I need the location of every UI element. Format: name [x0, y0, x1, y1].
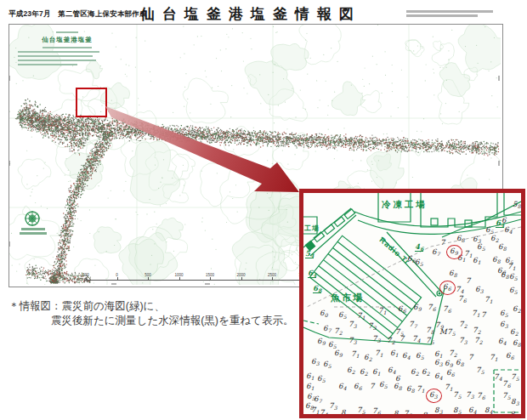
sounding: 62	[422, 367, 429, 376]
sounding: 61	[306, 372, 314, 380]
sounding: 63	[434, 358, 442, 366]
sounding: 64	[504, 225, 512, 234]
red-circle-annotation	[426, 389, 442, 403]
sounding: 73	[368, 321, 376, 330]
sounding: 68	[498, 242, 506, 251]
sounding: 78	[426, 326, 434, 334]
sounding: 8	[394, 409, 398, 417]
sounding: 65	[416, 351, 423, 360]
chart-block-title: 仙台塩釜港塩釜	[16, 36, 118, 44]
sounding: 7	[370, 382, 374, 390]
sounding: 73	[348, 320, 356, 328]
red-circle-annotation	[446, 245, 462, 259]
border-tick	[498, 76, 500, 81]
sounding: 71	[351, 349, 359, 358]
sounding: 71	[507, 262, 515, 270]
sounding: 68	[492, 255, 500, 264]
sounding: 73	[372, 334, 380, 343]
scale-tick	[86, 277, 87, 281]
sounding: 64	[498, 337, 506, 345]
sounding: 68	[406, 384, 414, 393]
inset-map: 冷凍工場工場魚市場Radio Tr58665646263687656869716…	[299, 189, 525, 418]
sounding: 76	[458, 294, 466, 303]
emblem-caption-line	[20, 232, 47, 235]
sounding: 66	[398, 304, 405, 313]
inset-label-reitokojo: 冷凍工場	[382, 199, 428, 211]
sounding: 66	[407, 254, 415, 263]
sounding: 71	[357, 311, 365, 320]
sounding: 75	[453, 390, 461, 399]
sounding: 71	[378, 306, 386, 315]
sounding: 71	[375, 349, 382, 357]
sounding: 69	[445, 359, 452, 367]
sounding: 65	[509, 286, 517, 294]
sounding: 75	[502, 391, 510, 400]
sounding: 71	[472, 309, 479, 317]
sounding: 61	[390, 349, 398, 357]
sounding: 71	[484, 295, 492, 304]
sounding: 72	[473, 326, 480, 334]
scale-tick	[179, 277, 180, 281]
sounding: 66	[354, 382, 361, 390]
sounding: 62	[513, 304, 520, 313]
sounding: 62	[360, 367, 367, 376]
sounding: 76	[428, 303, 435, 311]
sounding: 85	[422, 411, 430, 418]
sounding: 71	[311, 406, 319, 414]
sounding: 74	[456, 285, 463, 293]
inset-label-kojo: 工場	[304, 224, 320, 233]
sounding: 69	[334, 349, 342, 357]
green-sounding: 46	[415, 242, 423, 252]
sounding: 63	[475, 285, 483, 293]
sounding: 7	[440, 238, 445, 247]
chart-title-block: 仙台塩釜港塩釜	[16, 29, 118, 68]
sounding: 71	[416, 384, 424, 393]
caption: ＊情報図：震災前の海図(緑)に、 震災後新たに測量した水深情報(黒)を重ねて表示…	[8, 299, 293, 328]
border-tick	[205, 283, 210, 285]
sounding: 60	[320, 309, 327, 317]
sounding: 72	[387, 336, 394, 344]
sounding: 74	[412, 334, 420, 343]
sounding: 65	[338, 310, 346, 319]
sounding: 83	[510, 410, 518, 418]
sounding: 64	[468, 406, 476, 414]
sounding: 72	[334, 326, 342, 335]
sounding: 68	[394, 382, 401, 390]
sounding: 68	[449, 269, 456, 277]
sounding: 75	[511, 372, 518, 381]
sounding: 58	[513, 200, 520, 208]
sounding: 76	[477, 391, 484, 400]
scale-tick	[148, 277, 149, 281]
border-tick	[8, 161, 10, 166]
emblem-caption-line	[21, 228, 45, 230]
caption-line-2: 震災後新たに測量した水深情報(黒)を重ねて表示。	[8, 314, 293, 328]
sounding: 77	[409, 320, 416, 328]
sounding: 85	[453, 406, 461, 414]
sounding: 68	[456, 358, 463, 366]
sounding: 74	[494, 372, 502, 381]
sounding: 76	[502, 379, 510, 388]
sounding: 61	[473, 256, 480, 264]
sounding: 83	[511, 397, 518, 406]
sounding: 71	[445, 383, 452, 391]
sounding: 63	[311, 357, 319, 366]
border-tick	[111, 283, 116, 285]
caption-line-1: ＊情報図：震災前の海図(緑)に、	[8, 299, 293, 314]
green-sounding: 68	[313, 284, 321, 293]
sounding: 65	[500, 309, 507, 317]
sounding: 63	[500, 320, 507, 328]
sounding: 62	[347, 366, 354, 374]
sounding: 73	[466, 390, 473, 399]
sounding: 69	[413, 303, 421, 311]
inset-label-uoichiba: 魚市場	[331, 292, 364, 304]
scale-tick	[241, 277, 242, 281]
sounding: 65	[415, 258, 422, 266]
soundings-layer: 冷凍工場工場魚市場Radio Tr58665646263687656869716…	[303, 193, 521, 414]
sounding: 61	[306, 382, 314, 390]
sounding: 75	[476, 366, 484, 374]
border-tick	[498, 161, 500, 166]
scale-tick	[272, 277, 273, 281]
sounding: 65	[509, 272, 517, 281]
sounding: 61	[372, 367, 380, 376]
sounding: 66	[446, 368, 454, 377]
